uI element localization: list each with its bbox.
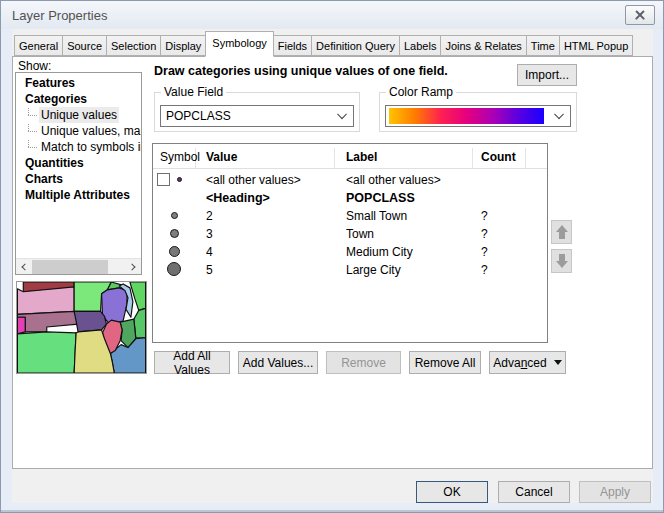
move-down-button[interactable] [551, 249, 572, 273]
cancel-button[interactable]: Cancel [498, 481, 570, 503]
close-icon [634, 9, 646, 21]
value-field-label: Value Field [161, 85, 226, 99]
tab-symbology[interactable]: Symbology [205, 31, 273, 57]
caret-down-icon [554, 360, 562, 365]
tree-item-label: Features [23, 75, 77, 91]
value-field-combo[interactable]: POPCLASS [160, 105, 354, 127]
add-all-values-button[interactable]: Add All Values [154, 351, 230, 374]
remove-button[interactable]: Remove [326, 351, 401, 374]
column-header-value[interactable]: Value [196, 148, 335, 168]
table-row[interactable]: 5Large City? [153, 261, 547, 279]
scroll-left-icon[interactable] [16, 259, 32, 275]
value-cell: 2 [206, 207, 335, 225]
add-values-button[interactable]: Add Values... [238, 351, 318, 374]
symbol-cell[interactable] [153, 189, 196, 207]
tree-item-quantities[interactable]: Quantities [16, 155, 141, 171]
column-header-symbol[interactable]: Symbol [153, 148, 196, 168]
count-cell: ? [481, 243, 526, 261]
map-region [17, 317, 25, 334]
tree-item-label: Categories [23, 91, 89, 107]
value-field-group: Value Field POPCLASS [154, 92, 360, 132]
chevron-down-icon [550, 108, 568, 124]
color-ramp-gradient [389, 108, 544, 124]
tree-item-charts[interactable]: Charts [16, 171, 141, 187]
color-ramp-group: Color Ramp [379, 92, 577, 132]
symbol-dot-icon [171, 212, 178, 219]
tab-general[interactable]: General [14, 35, 63, 56]
color-ramp-label: Color Ramp [386, 85, 456, 99]
value-cell: <Heading> [206, 189, 335, 207]
arrow-down-icon [555, 254, 569, 268]
tab-display[interactable]: Display [160, 35, 206, 56]
symbology-tab-page: Show: FeaturesCategoriesUnique valuesUni… [12, 56, 653, 469]
tab-html-popup[interactable]: HTML Popup [559, 35, 633, 56]
label-cell: Small Town [346, 207, 473, 225]
window-title: Layer Properties [12, 8, 107, 23]
symbol-cell[interactable] [153, 207, 196, 225]
table-row[interactable]: <Heading>POPCLASS [153, 189, 547, 207]
ok-button[interactable]: OK [416, 481, 488, 503]
table-row[interactable]: 4Medium City? [153, 243, 547, 261]
value-cell: 5 [206, 261, 335, 279]
symbol-dot-icon [170, 229, 179, 238]
value-cell: 4 [206, 243, 335, 261]
categories-table: SymbolValueLabelCount <all other values>… [152, 143, 548, 343]
symbol-cell[interactable] [153, 261, 196, 279]
tree-item-label: Unique values [39, 107, 119, 123]
tree-item-match-to-symbols-in-a[interactable]: Match to symbols in a [16, 139, 141, 155]
advanced-button[interactable]: Advanced [489, 351, 566, 374]
import-button[interactable]: Import... [517, 64, 577, 86]
layer-properties-dialog: Layer Properties GeneralSourceSelectionD… [0, 0, 664, 513]
remove-all-button[interactable]: Remove All [409, 351, 481, 374]
tree-item-unique-values-many[interactable]: Unique values, many [16, 123, 141, 139]
column-header-label[interactable]: Label [335, 148, 473, 168]
symbol-cell[interactable] [153, 171, 196, 189]
map-region [17, 287, 74, 314]
label-cell: POPCLASS [346, 189, 473, 207]
tab-source[interactable]: Source [62, 35, 107, 56]
show-label: Show: [18, 59, 51, 73]
tab-labels[interactable]: Labels [399, 35, 441, 56]
tab-time[interactable]: Time [526, 35, 560, 56]
table-row[interactable]: 3Town? [153, 225, 547, 243]
symbol-checkbox[interactable] [157, 173, 170, 186]
label-cell: Town [346, 225, 473, 243]
titlebar[interactable]: Layer Properties [1, 1, 663, 29]
close-button[interactable] [625, 5, 655, 25]
label-cell: <all other values> [346, 171, 473, 189]
tab-fields[interactable]: Fields [273, 35, 312, 56]
tree-item-label: Quantities [23, 155, 86, 171]
scrollbar-thumb[interactable] [32, 260, 108, 274]
count-cell: ? [481, 207, 526, 225]
apply-button[interactable]: Apply [579, 481, 651, 503]
symbol-preview-map [16, 281, 147, 374]
tab-selection[interactable]: Selection [106, 35, 161, 56]
move-up-button[interactable] [551, 220, 572, 244]
dialog-footer: OKCancelApply [12, 469, 653, 503]
label-cell: Medium City [346, 243, 473, 261]
tree-item-unique-values[interactable]: Unique values [16, 107, 141, 123]
table-row[interactable]: <all other values><all other values> [153, 171, 547, 189]
count-cell: ? [481, 261, 526, 279]
symbol-cell[interactable] [153, 225, 196, 243]
action-button-row: Add All ValuesAdd Values...RemoveRemove … [154, 351, 566, 374]
count-cell: ? [481, 225, 526, 243]
scroll-right-icon[interactable] [125, 259, 141, 275]
chevron-down-icon [333, 108, 351, 124]
map-region [17, 332, 76, 373]
tab-definition-query[interactable]: Definition Query [311, 35, 400, 56]
map-image [17, 282, 146, 373]
tree-item-features[interactable]: Features [16, 75, 141, 91]
table-header: SymbolValueLabelCount [153, 144, 547, 169]
symbol-cell[interactable] [153, 243, 196, 261]
tree-item-label: Charts [23, 171, 65, 187]
color-ramp-combo[interactable] [385, 105, 571, 127]
dialog-surface: GeneralSourceSelectionDisplaySymbologyFi… [12, 29, 653, 503]
table-row[interactable]: 2Small Town? [153, 207, 547, 225]
column-header-count[interactable]: Count [473, 148, 526, 168]
tree-horizontal-scrollbar[interactable] [16, 258, 141, 274]
tree-item-categories[interactable]: Categories [16, 91, 141, 107]
map-region [74, 311, 106, 332]
tab-joins-relates[interactable]: Joins & Relates [440, 35, 526, 56]
tree-item-multiple-attributes[interactable]: Multiple Attributes [16, 187, 141, 203]
